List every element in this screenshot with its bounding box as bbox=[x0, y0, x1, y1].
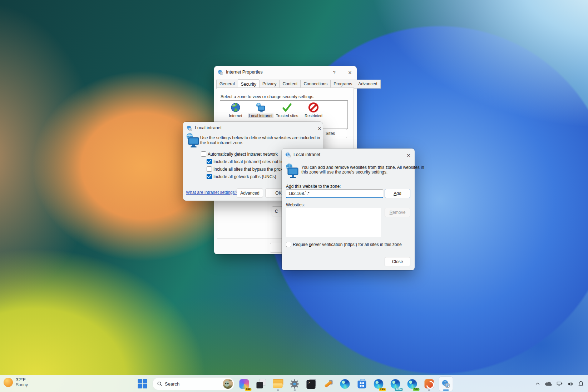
intranet-sites-titlebar[interactable]: Local intranet bbox=[282, 149, 415, 161]
orange-app-button[interactable] bbox=[422, 377, 436, 391]
chevron-up-icon[interactable] bbox=[535, 381, 540, 386]
edge-icon bbox=[340, 379, 350, 389]
local-intranet-sites-dialog: Local intranet ✕ You can add and remove … bbox=[282, 149, 415, 270]
running-indicator bbox=[277, 390, 279, 391]
intranet-settings-link[interactable]: What are intranet settings? bbox=[186, 190, 237, 195]
edge-dev-button[interactable]: DEV bbox=[405, 377, 419, 391]
search-placeholder: Search bbox=[165, 381, 220, 387]
internet-properties-icon bbox=[218, 70, 223, 75]
include-proxy-sites-checkbox[interactable] bbox=[207, 166, 212, 172]
notification-bell-icon[interactable]: z bbox=[578, 381, 584, 387]
terminal-icon: >_ bbox=[307, 379, 316, 389]
gear-icon bbox=[290, 379, 300, 389]
edge-beta-button[interactable]: BETA bbox=[389, 377, 402, 391]
require-https-checkbox[interactable] bbox=[286, 242, 291, 247]
taskbar: 32°F Sunny Search PRE bbox=[0, 375, 588, 392]
system-tray: z bbox=[535, 375, 584, 392]
task-view-button[interactable] bbox=[254, 377, 268, 391]
copilot-button[interactable]: PRE bbox=[237, 377, 251, 391]
weather-temp: 32°F bbox=[16, 377, 28, 382]
weather-widget[interactable]: 32°F Sunny bbox=[4, 377, 28, 387]
zone-internet[interactable]: Internet bbox=[223, 102, 248, 118]
zone-label: Trusted sites bbox=[275, 114, 300, 118]
internet-properties-taskbar-button[interactable] bbox=[439, 377, 453, 391]
network-icon[interactable] bbox=[557, 381, 563, 387]
zone-label: Internet bbox=[228, 114, 243, 118]
description-line-1: You can add and remove websites from thi… bbox=[301, 165, 424, 170]
include-unc-label[interactable]: Include all network paths (UNCs) bbox=[213, 174, 276, 179]
globe-icon bbox=[230, 102, 241, 113]
orange-app-icon bbox=[424, 379, 434, 388]
microsoft-store-button[interactable] bbox=[355, 377, 369, 391]
dialog-title: Local intranet bbox=[195, 125, 222, 130]
copilot-icon bbox=[239, 379, 249, 389]
taskbar-center-icons: Search PRE bbox=[135, 375, 453, 392]
start-button[interactable] bbox=[135, 377, 149, 391]
running-indicator bbox=[293, 390, 296, 391]
task-view-icon bbox=[256, 379, 266, 388]
websites-listbox[interactable] bbox=[286, 208, 381, 237]
search-box[interactable]: Search bbox=[152, 377, 234, 390]
add-website-label: Add this website to the zone: bbox=[286, 184, 341, 189]
terminal-button[interactable]: >_ bbox=[305, 377, 318, 391]
edge-beta-icon bbox=[391, 379, 400, 389]
zone-trusted-sites[interactable]: Trusted sites bbox=[275, 102, 300, 118]
edge-canary-button[interactable]: CAN bbox=[372, 377, 385, 391]
close-icon[interactable]: ✕ bbox=[346, 69, 354, 76]
edge-button[interactable] bbox=[338, 377, 352, 391]
store-bag-icon bbox=[357, 381, 366, 388]
hammer-icon bbox=[323, 379, 333, 388]
zone-local-intranet[interactable]: Local intranet bbox=[248, 102, 273, 118]
zone-label: Restricted bbox=[303, 114, 323, 118]
computer-globe-icon bbox=[186, 132, 199, 148]
websites-label: Websites: bbox=[286, 202, 305, 207]
intranet-icon bbox=[255, 102, 266, 113]
remove-button[interactable]: Remove bbox=[385, 208, 410, 217]
blocked-icon bbox=[308, 102, 319, 113]
dev-badge: DEV bbox=[413, 388, 419, 391]
close-icon[interactable]: ✕ bbox=[316, 125, 323, 132]
advanced-button[interactable]: Advanced bbox=[237, 189, 263, 197]
edge-canary-icon bbox=[374, 379, 384, 389]
description-line-2: this zone will use the zone's security s… bbox=[301, 170, 387, 175]
dev-tools-button[interactable] bbox=[321, 377, 335, 391]
tab-strip: General Security Privacy Content Connect… bbox=[216, 79, 381, 89]
include-local-sites-checkbox[interactable] bbox=[207, 159, 212, 164]
description-line-1: Use the settings below to define which w… bbox=[200, 135, 320, 140]
checkmark-icon bbox=[282, 102, 292, 113]
auto-detect-checkbox[interactable] bbox=[201, 151, 206, 157]
file-explorer-button[interactable] bbox=[271, 377, 285, 391]
volume-icon[interactable] bbox=[567, 381, 573, 387]
close-button[interactable]: Close bbox=[385, 257, 410, 266]
search-daily-image bbox=[223, 379, 233, 389]
local-intranet-icon bbox=[187, 125, 192, 131]
onedrive-cloud-icon[interactable] bbox=[545, 381, 552, 386]
help-button[interactable]: ? bbox=[331, 69, 338, 76]
require-https-label[interactable]: Require server verification (https:) for… bbox=[293, 242, 402, 247]
auto-detect-label[interactable]: Automatically detect intranet network bbox=[208, 152, 278, 157]
include-unc-checkbox[interactable] bbox=[207, 174, 212, 179]
tab-advanced[interactable]: Advanced bbox=[355, 80, 380, 89]
edge-dev-icon bbox=[407, 379, 417, 389]
intranet-settings-titlebar[interactable]: Local intranet bbox=[183, 122, 323, 134]
local-intranet-icon bbox=[285, 152, 291, 157]
dialog-title: Internet Properties bbox=[226, 70, 263, 75]
beta-badge: BETA bbox=[395, 388, 402, 391]
sun-icon bbox=[4, 378, 13, 387]
add-website-value: 192.168.`.* bbox=[288, 191, 310, 196]
running-indicator bbox=[428, 390, 430, 391]
ufo-icon bbox=[228, 380, 232, 381]
canary-badge: CAN bbox=[379, 388, 386, 391]
close-icon[interactable]: ✕ bbox=[405, 152, 412, 159]
zone-restricted[interactable]: Restricted bbox=[301, 102, 326, 118]
text-caret bbox=[310, 191, 310, 196]
svg-text:z: z bbox=[582, 381, 583, 383]
internet-properties-window-icon bbox=[441, 379, 450, 388]
add-button[interactable]: Add bbox=[385, 189, 410, 198]
active-running-indicator bbox=[443, 390, 449, 391]
computer-globe-icon bbox=[285, 163, 299, 179]
settings-button[interactable] bbox=[288, 377, 301, 391]
zone-prompt-label: Select a zone to view or change security… bbox=[221, 94, 315, 99]
add-website-input[interactable]: 192.168.`.* bbox=[286, 189, 383, 198]
zone-label: Local intranet bbox=[248, 114, 273, 118]
